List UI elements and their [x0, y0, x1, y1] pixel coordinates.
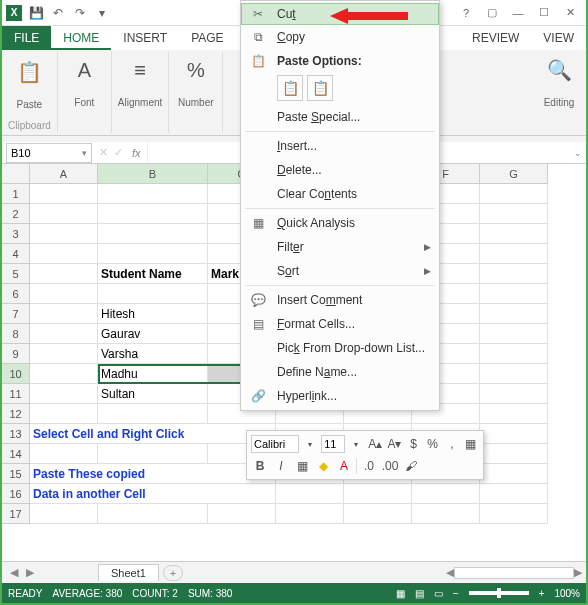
help-icon[interactable]: ?: [454, 3, 478, 23]
redo-icon[interactable]: ↷: [72, 5, 88, 21]
row-head[interactable]: 6: [2, 284, 30, 304]
tab-file[interactable]: FILE: [2, 26, 51, 50]
mini-font-name[interactable]: [251, 435, 299, 453]
chevron-down-icon[interactable]: ▾: [348, 435, 364, 453]
add-sheet-button[interactable]: +: [163, 565, 183, 581]
row-head[interactable]: 8: [2, 324, 30, 344]
tab-home[interactable]: HOME: [51, 26, 111, 50]
close-icon[interactable]: ✕: [558, 3, 582, 23]
font-icon[interactable]: A: [68, 54, 100, 86]
shrink-font-icon[interactable]: A▾: [386, 435, 402, 453]
ctx-define-name[interactable]: Define Name...: [241, 360, 439, 384]
col-head-b[interactable]: B: [98, 164, 208, 184]
currency-icon[interactable]: $: [406, 435, 422, 453]
alignment-icon[interactable]: ≡: [124, 54, 156, 86]
cell-b10[interactable]: Madhu: [98, 364, 208, 384]
tab-view[interactable]: VIEW: [531, 26, 586, 50]
expand-formula-icon[interactable]: ⌄: [570, 148, 586, 158]
find-icon[interactable]: 🔍: [543, 54, 575, 86]
fill-color-icon[interactable]: ◆: [314, 457, 332, 475]
row-head[interactable]: 7: [2, 304, 30, 324]
ctx-sort[interactable]: Sort▶: [241, 259, 439, 283]
maximize-icon[interactable]: ☐: [532, 3, 556, 23]
zoom-out-icon[interactable]: −: [453, 588, 459, 599]
ctx-quick-analysis[interactable]: ▦Quick Analysis: [241, 211, 439, 235]
format-painter-icon[interactable]: 🖌: [402, 457, 420, 475]
tab-nav-next[interactable]: ▶: [22, 566, 38, 579]
select-all-corner[interactable]: [2, 164, 30, 184]
row-head[interactable]: 3: [2, 224, 30, 244]
name-box[interactable]: B10▾: [6, 143, 92, 163]
tab-nav-prev[interactable]: ◀: [6, 566, 22, 579]
mini-font-size[interactable]: [321, 435, 345, 453]
ctx-paste-special[interactable]: Paste Special...: [241, 105, 439, 129]
row-head[interactable]: 5: [2, 264, 30, 284]
row-head[interactable]: 15: [2, 464, 30, 484]
ctx-clear-contents[interactable]: Clear Contents: [241, 182, 439, 206]
zoom-in-icon[interactable]: +: [539, 588, 545, 599]
alignment-label[interactable]: Alignment: [118, 97, 162, 108]
tab-insert[interactable]: INSERT: [111, 26, 179, 50]
bold-icon[interactable]: B: [251, 457, 269, 475]
paste-icon[interactable]: 📋: [11, 54, 47, 90]
row-head[interactable]: 4: [2, 244, 30, 264]
cell-b7[interactable]: Hitesh: [98, 304, 208, 324]
qat-dropdown-icon[interactable]: ▾: [94, 5, 110, 21]
view-layout-icon[interactable]: ▤: [415, 588, 424, 599]
ctx-filter[interactable]: Filter▶: [241, 235, 439, 259]
comma-icon[interactable]: ,: [444, 435, 460, 453]
hscroll-right[interactable]: ▶: [574, 566, 582, 579]
chevron-down-icon[interactable]: ▾: [82, 148, 87, 158]
col-head-g[interactable]: G: [480, 164, 548, 184]
ctx-copy[interactable]: ⧉Copy: [241, 25, 439, 49]
chevron-down-icon[interactable]: ▾: [302, 435, 318, 453]
cancel-formula-icon[interactable]: ✕: [96, 146, 111, 159]
view-normal-icon[interactable]: ▦: [396, 588, 405, 599]
font-color-icon[interactable]: A: [335, 457, 353, 475]
number-label[interactable]: Number: [178, 97, 214, 108]
ctx-hyperlink[interactable]: 🔗Hyperlink...: [241, 384, 439, 408]
minimize-icon[interactable]: —: [506, 3, 530, 23]
ctx-format-cells[interactable]: ▤Format Cells...: [241, 312, 439, 336]
ctx-delete[interactable]: Delete...: [241, 158, 439, 182]
row-head[interactable]: 9: [2, 344, 30, 364]
tab-page-layout[interactable]: PAGE: [179, 26, 235, 50]
ribbon-options-icon[interactable]: ▢: [480, 3, 504, 23]
row-head[interactable]: 1: [2, 184, 30, 204]
row-head[interactable]: 13: [2, 424, 30, 444]
hscroll-left[interactable]: ◀: [446, 566, 454, 579]
ctx-insert-comment[interactable]: 💬Insert Comment: [241, 288, 439, 312]
row-head[interactable]: 12: [2, 404, 30, 424]
italic-icon[interactable]: I: [272, 457, 290, 475]
merge-icon[interactable]: ▦: [463, 435, 479, 453]
decrease-decimal-icon[interactable]: .0: [360, 457, 378, 475]
cell-b9[interactable]: Varsha: [98, 344, 208, 364]
cell-b8[interactable]: Gaurav: [98, 324, 208, 344]
row-head[interactable]: 17: [2, 504, 30, 524]
fx-icon[interactable]: fx: [126, 147, 147, 159]
paste-option-default[interactable]: 📋: [277, 75, 303, 101]
ctx-insert[interactable]: Insert...: [241, 134, 439, 158]
sheet-tab[interactable]: Sheet1: [98, 564, 159, 581]
paste-option-values[interactable]: 📋: [307, 75, 333, 101]
grow-font-icon[interactable]: A▴: [367, 435, 383, 453]
cell-a16[interactable]: Data in another Cell: [30, 484, 276, 504]
cell-a13[interactable]: Select Cell and Right Click: [30, 424, 276, 444]
font-label[interactable]: Font: [74, 97, 94, 108]
zoom-level[interactable]: 100%: [554, 588, 580, 599]
zoom-slider[interactable]: [469, 591, 529, 595]
ctx-pick-list[interactable]: Pick From Drop-down List...: [241, 336, 439, 360]
undo-icon[interactable]: ↶: [50, 5, 66, 21]
cell-b11[interactable]: Sultan: [98, 384, 208, 404]
row-head[interactable]: 16: [2, 484, 30, 504]
row-head[interactable]: 2: [2, 204, 30, 224]
editing-label[interactable]: Editing: [544, 97, 575, 108]
borders-icon[interactable]: ▦: [293, 457, 311, 475]
row-head[interactable]: 14: [2, 444, 30, 464]
number-icon[interactable]: %: [180, 54, 212, 86]
tab-review[interactable]: REVIEW: [460, 26, 531, 50]
row-head[interactable]: 10: [2, 364, 30, 384]
horizontal-scrollbar[interactable]: [454, 567, 574, 579]
cell-a15[interactable]: Paste These copied: [30, 464, 276, 484]
save-icon[interactable]: 💾: [28, 5, 44, 21]
